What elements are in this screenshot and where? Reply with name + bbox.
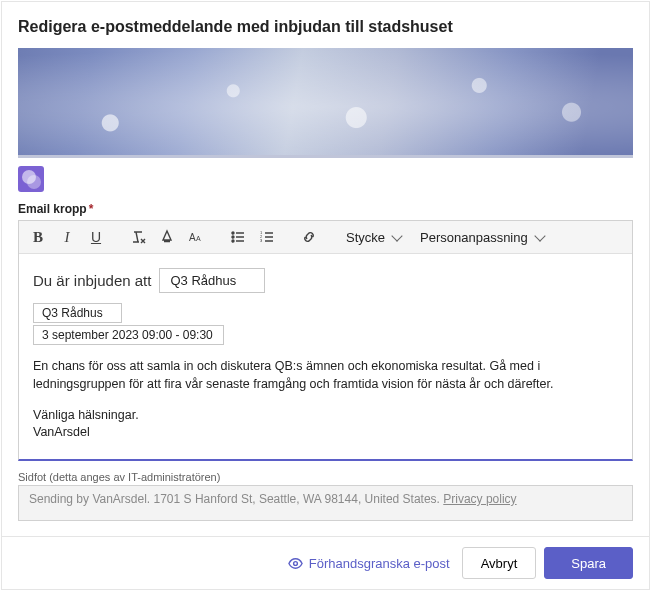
bullet-list-button[interactable] <box>225 224 251 250</box>
svg-point-8 <box>293 561 297 565</box>
eye-icon <box>288 556 303 571</box>
svg-text:3: 3 <box>260 238 263 243</box>
privacy-policy-link: Privacy policy <box>443 492 516 506</box>
app-badge-icon <box>18 166 44 192</box>
personalization-dropdown[interactable]: Personanpassning <box>412 224 552 250</box>
font-size-button[interactable]: AA <box>183 224 209 250</box>
footer-readonly-box: Sending by VanArsdel. 1701 S Hanford St,… <box>18 485 633 521</box>
clear-format-button[interactable] <box>125 224 151 250</box>
hero-image <box>18 48 633 158</box>
event-title-chip[interactable]: Q3 Rådhus <box>159 268 265 293</box>
bold-button[interactable]: B <box>25 224 51 250</box>
save-button[interactable]: Spara <box>544 547 633 579</box>
event-chip-secondary[interactable]: Q3 Rådhus <box>33 303 122 323</box>
paragraph-style-dropdown[interactable]: Stycke <box>338 224 409 250</box>
number-list-button[interactable]: 123 <box>254 224 280 250</box>
preview-email-link[interactable]: Förhandsgranska e-post <box>288 556 450 571</box>
svg-text:A: A <box>189 232 196 243</box>
svg-point-4 <box>232 240 234 242</box>
sender-name: VanArsdel <box>33 424 618 441</box>
cancel-button[interactable]: Avbryt <box>462 547 537 579</box>
editor-toolbar: B I U AA 123 <box>19 221 632 254</box>
rich-text-editor: B I U AA 123 <box>18 220 633 461</box>
body-paragraph: En chans för oss att samla in och diskut… <box>33 357 618 393</box>
svg-text:A: A <box>196 235 201 242</box>
italic-button[interactable]: I <box>54 224 80 250</box>
svg-point-3 <box>232 236 234 238</box>
invite-prefix-text: Du är inbjuden att <box>33 272 151 289</box>
email-body-label: Email kropp* <box>18 202 633 216</box>
event-datetime-chip[interactable]: 3 september 2023 09:00 - 09:30 <box>33 325 224 345</box>
chevron-down-icon <box>534 230 545 241</box>
edit-email-dialog: Redigera e-postmeddelande med inbjudan t… <box>1 1 650 590</box>
dialog-title: Redigera e-postmeddelande med inbjudan t… <box>18 18 633 36</box>
footer-label: Sidfot (detta anges av IT-administratöre… <box>18 471 633 483</box>
chevron-down-icon <box>391 230 402 241</box>
editor-body[interactable]: Du är inbjuden att Q3 Rådhus Q3 Rådhus 3… <box>19 254 632 459</box>
underline-button[interactable]: U <box>83 224 109 250</box>
svg-point-2 <box>232 232 234 234</box>
dialog-action-bar: Förhandsgranska e-post Avbryt Spara <box>2 536 649 589</box>
link-button[interactable] <box>296 224 322 250</box>
signoff-text: Vänliga hälsningar. <box>33 407 618 424</box>
font-color-button[interactable] <box>154 224 180 250</box>
